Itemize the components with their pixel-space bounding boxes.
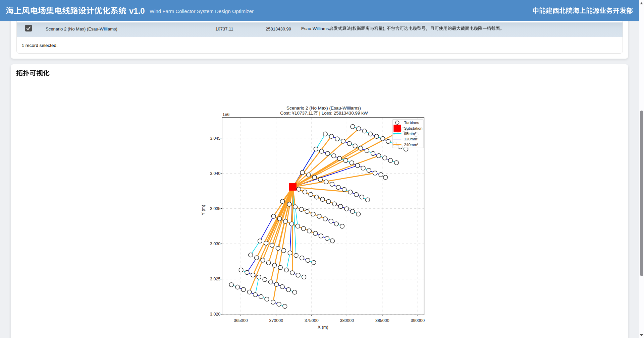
svg-text:| Loss: 25813430.99 kW: | Loss: 25813430.99 kW <box>318 111 368 116</box>
svg-text:Cost: ¥10737.11: Cost: ¥10737.11 <box>280 111 313 116</box>
svg-text:365000: 365000 <box>234 318 248 323</box>
svg-text:3.020: 3.020 <box>210 312 220 317</box>
svg-text:370000: 370000 <box>269 318 283 323</box>
svg-text:385000: 385000 <box>375 318 389 323</box>
svg-text:240mm²: 240mm² <box>404 142 418 147</box>
svg-text:375000: 375000 <box>305 318 319 323</box>
svg-text:3.030: 3.030 <box>210 242 220 246</box>
svg-text:380000: 380000 <box>340 318 354 323</box>
svg-text:3.035: 3.035 <box>210 206 220 211</box>
svg-text:3.040: 3.040 <box>210 171 220 176</box>
svg-text:120mm²: 120mm² <box>404 137 418 141</box>
svg-text:3.045: 3.045 <box>210 136 220 141</box>
svg-text:Substation: Substation <box>404 126 422 130</box>
svg-text:1e6: 1e6 <box>222 112 229 117</box>
svg-text:X (m): X (m) <box>318 325 328 330</box>
svg-text:390000: 390000 <box>411 318 425 323</box>
svg-text:Y (m): Y (m) <box>201 205 206 215</box>
svg-text:Turbines: Turbines <box>404 120 419 125</box>
svg-text:3.025: 3.025 <box>210 277 220 281</box>
svg-text:95mm²: 95mm² <box>404 131 416 136</box>
svg-text:Scenario 2 (No Max) (Esau-Will: Scenario 2 (No Max) (Esau-Williams) <box>286 106 361 111</box>
